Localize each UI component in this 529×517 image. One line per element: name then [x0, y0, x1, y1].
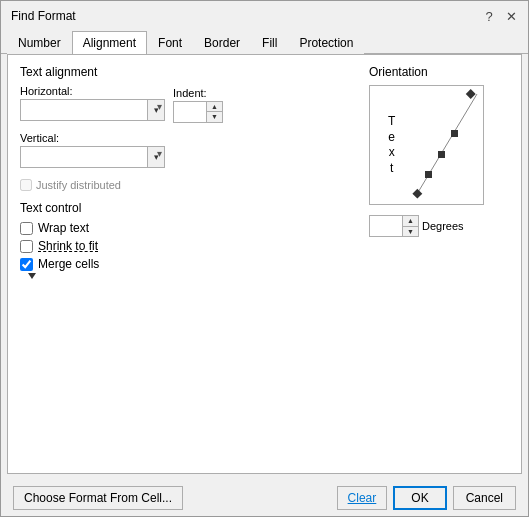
- horizontal-group: Horizontal: ▾ Indent: ▲: [20, 85, 359, 124]
- indent-input[interactable]: [174, 102, 206, 122]
- horizontal-dropdown-arrow: ▾: [147, 100, 164, 120]
- horizontal-row: Horizontal: ▾ Indent: ▲: [20, 85, 359, 124]
- choose-format-button[interactable]: Choose Format From Cell...: [13, 486, 183, 510]
- justify-distributed-checkbox[interactable]: [20, 179, 32, 191]
- orient-letter-x: x: [389, 145, 395, 161]
- orient-letter-t: t: [390, 161, 393, 177]
- shrink-to-fit-checkbox[interactable]: [20, 240, 33, 253]
- orientation-line: [417, 94, 477, 194]
- help-button[interactable]: ?: [480, 7, 498, 25]
- vertical-dropdown-arrow: ▾: [147, 147, 164, 167]
- tab-bar: Number Alignment Font Border Fill Protec…: [1, 31, 528, 54]
- dot-2: [425, 171, 432, 178]
- bottom-right: Clear OK Cancel: [337, 486, 516, 510]
- degrees-spinner-buttons: ▲ ▼: [402, 216, 418, 236]
- bottom-bar: Choose Format From Cell... Clear OK Canc…: [1, 480, 528, 516]
- text-alignment-section-label: Text alignment: [20, 65, 359, 79]
- text-control-section: Text control Wrap text Shrink to fit Mer…: [20, 193, 359, 271]
- justify-distributed-row: Justify distributed: [20, 179, 359, 191]
- indent-group: Indent: ▲ ▼: [173, 87, 223, 123]
- wrap-text-checkbox[interactable]: [20, 222, 33, 235]
- vertical-group: Vertical: ▾: [20, 132, 359, 171]
- shrink-to-fit-row: Shrink to fit: [20, 239, 359, 253]
- justify-distributed-label: Justify distributed: [36, 179, 121, 191]
- dialog-title: Find Format: [11, 9, 76, 23]
- tab-number[interactable]: Number: [7, 31, 72, 54]
- orientation-label: Orientation: [369, 65, 428, 79]
- horizontal-dropdown[interactable]: ▾: [20, 99, 165, 121]
- tab-fill[interactable]: Fill: [251, 31, 288, 54]
- horizontal-label: Horizontal:: [20, 85, 165, 97]
- tab-font[interactable]: Font: [147, 31, 193, 54]
- orient-letter-T: T: [388, 114, 395, 130]
- left-panel: Text alignment Horizontal: ▾ Indent:: [20, 65, 359, 463]
- wrap-text-label[interactable]: Wrap text: [38, 221, 89, 235]
- wrap-text-row: Wrap text: [20, 221, 359, 235]
- orientation-line-svg: [412, 89, 482, 199]
- cancel-button[interactable]: Cancel: [453, 486, 516, 510]
- clear-button[interactable]: Clear: [337, 486, 388, 510]
- indent-up-button[interactable]: ▲: [207, 102, 222, 113]
- title-bar: Find Format ? ✕: [1, 1, 528, 29]
- dot-3: [438, 151, 445, 158]
- merge-cells-row: Merge cells: [20, 257, 359, 271]
- orientation-box[interactable]: T e x t: [369, 85, 484, 205]
- indent-down-button[interactable]: ▼: [207, 112, 222, 122]
- tab-alignment[interactable]: Alignment: [72, 31, 147, 54]
- dot-4: [451, 130, 458, 137]
- dot-1: [412, 189, 422, 199]
- horizontal-dropdown-wrapper: ▾: [20, 99, 165, 121]
- title-actions: ? ✕: [480, 7, 520, 25]
- degrees-spinner: ▲ ▼: [369, 215, 419, 237]
- shrink-to-fit-label[interactable]: Shrink to fit: [38, 239, 98, 253]
- degrees-row: ▲ ▼ Degrees: [369, 215, 464, 237]
- orient-letter-e: e: [388, 129, 395, 145]
- ok-button[interactable]: OK: [393, 486, 446, 510]
- dot-5: [466, 89, 476, 99]
- tab-protection[interactable]: Protection: [288, 31, 364, 54]
- indent-spinner-buttons: ▲ ▼: [206, 102, 222, 122]
- text-control-label: Text control: [20, 201, 359, 215]
- indent-label: Indent:: [173, 87, 223, 99]
- tab-content: Text alignment Horizontal: ▾ Indent:: [7, 54, 522, 474]
- indent-spinner: ▲ ▼: [173, 101, 223, 123]
- right-panel: Orientation T e x t: [369, 65, 509, 463]
- merge-cells-checkbox[interactable]: [20, 258, 33, 271]
- degrees-down-button[interactable]: ▼: [403, 227, 418, 237]
- vertical-dropdown[interactable]: ▾: [20, 146, 165, 168]
- degrees-up-button[interactable]: ▲: [403, 216, 418, 227]
- tab-border[interactable]: Border: [193, 31, 251, 54]
- vertical-dropdown-wrapper: ▾: [20, 146, 165, 168]
- close-button[interactable]: ✕: [502, 7, 520, 25]
- vertical-label: Vertical:: [20, 132, 359, 144]
- bottom-left: Choose Format From Cell...: [13, 486, 183, 510]
- find-format-dialog: Find Format ? ✕ Number Alignment Font Bo…: [0, 0, 529, 517]
- merge-cells-label[interactable]: Merge cells: [38, 257, 99, 271]
- horizontal-column: Horizontal: ▾: [20, 85, 165, 124]
- orientation-vertical-text: T e x t: [388, 114, 395, 176]
- degrees-input[interactable]: [370, 216, 402, 236]
- degrees-label: Degrees: [422, 220, 464, 232]
